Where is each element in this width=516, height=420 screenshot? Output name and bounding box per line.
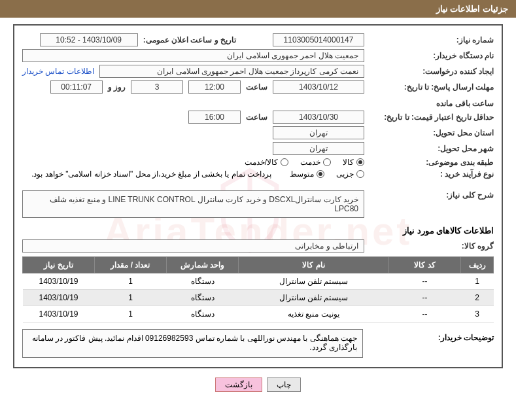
label-hour-1: ساعت: [246, 82, 267, 92]
cell-date: 1403/10/19: [23, 306, 95, 323]
purchase-note: پرداخت تمام یا بخشی از مبلغ خرید،از محل …: [31, 169, 271, 179]
table-row: 1--سیستم تلفن سانترالدستگاه11403/10/19: [23, 273, 494, 290]
main-frame: AriaTender.net شماره نیاز: 1103005014000…: [13, 24, 503, 368]
label-city: شهر محل تحویل:: [370, 144, 494, 153]
label-announce-datetime: تاریخ و ساعت اعلان عمومی:: [143, 35, 236, 44]
th-row: ردیف: [461, 257, 494, 273]
row-city: شهر محل تحویل: تهران: [22, 142, 494, 155]
field-buyer-notes: جهت هماهنگی با مهندس نوراللهی با شماره ت…: [22, 329, 363, 358]
radio-motavaset[interactable]: متوسط: [290, 169, 324, 179]
cell-code: --: [389, 306, 461, 323]
radio-icon: [317, 170, 324, 178]
row-buyer-org: نام دستگاه خریدار: جمعیت هلال احمر جمهور…: [22, 49, 494, 62]
radio-jozi[interactable]: جزیی: [336, 169, 364, 179]
label-category: طبقه بندی موضوعی:: [370, 158, 494, 167]
field-quote-time: 16:00: [188, 111, 241, 124]
cell-unit: دستگاه: [167, 273, 239, 290]
items-table: ردیف کد کالا نام کالا واحد شمارش تعداد /…: [22, 256, 494, 323]
cell-qty: 1: [95, 306, 167, 323]
label-quote-validity: حداقل تاریخ اعتبار قیمت: تا تاریخ:: [370, 113, 494, 122]
radio-icon: [281, 158, 288, 166]
cell-name: سیستم تلفن سانترال: [239, 290, 389, 306]
label-days-and: روز و: [108, 82, 126, 92]
radio-icon: [323, 158, 331, 166]
label-purchase-type: نوع فرآیند خرید :: [370, 169, 494, 179]
label-requester: ایجاد کننده درخواست:: [370, 67, 494, 76]
radio-kala[interactable]: کالا: [343, 158, 364, 167]
cell-row: 2: [461, 290, 494, 306]
radio-kala-khadamat[interactable]: کالا/خدمت: [245, 158, 288, 167]
cell-row: 1: [461, 273, 494, 290]
cell-date: 1403/10/19: [23, 290, 95, 306]
th-unit: واحد شمارش: [167, 257, 239, 273]
label-reply-deadline: مهلت ارسال پاسخ: تا تاریخ:: [370, 82, 494, 92]
label-hour-2: ساعت: [246, 113, 267, 122]
cell-unit: دستگاه: [167, 290, 239, 306]
row-category: طبقه بندی موضوعی: کالا خدمت کالا/خدمت: [22, 158, 494, 167]
radio-label-kala-khadamat: کالا/خدمت: [245, 158, 278, 167]
th-code: کد کالا: [389, 257, 461, 273]
print-button[interactable]: چاپ: [267, 377, 301, 392]
label-need-desc: شرح کلی نیاز:: [370, 190, 494, 200]
row-requester: ایجاد کننده درخواست: نعمت کرمی کارپرداز …: [22, 65, 494, 78]
row-quote-validity: حداقل تاریخ اعتبار قیمت: تا تاریخ: 1403/…: [22, 111, 494, 124]
button-row: چاپ بازگشت: [0, 377, 516, 392]
row-buyer-notes: توضیحات خریدار: جهت هماهنگی با مهندس نور…: [22, 329, 494, 358]
radio-icon: [356, 158, 364, 166]
field-buyer-org: جمعیت هلال احمر جمهوری اسلامی ایران: [22, 49, 364, 62]
th-name: نام کالا: [239, 257, 389, 273]
label-need-number: شماره نیاز:: [370, 35, 494, 44]
radio-label-khadamat: خدمت: [300, 158, 320, 167]
cell-date: 1403/10/19: [23, 273, 95, 290]
field-reply-date: 1403/10/12: [273, 80, 364, 94]
field-need-number: 1103005014000147: [273, 33, 364, 46]
field-city: تهران: [273, 142, 364, 155]
cell-row: 3: [461, 306, 494, 323]
section-items-info: اطلاعات کالاهای مورد نیاز: [22, 226, 494, 236]
cell-unit: دستگاه: [167, 306, 239, 323]
row-need-number: شماره نیاز: 1103005014000147 تاریخ و ساع…: [22, 33, 494, 46]
field-announce-datetime: 1403/10/09 - 10:52: [40, 33, 138, 46]
table-row: 2--سیستم تلفن سانترالدستگاه11403/10/19: [23, 290, 494, 306]
field-quote-date: 1403/10/30: [273, 111, 364, 124]
field-reply-time: 12:00: [188, 80, 241, 94]
field-need-desc: خرید کارت سانترالDSCXL و خرید کارت سانتر…: [22, 190, 364, 218]
cell-qty: 1: [95, 273, 167, 290]
radio-icon: [356, 170, 364, 178]
label-province: استان محل تحویل:: [370, 128, 494, 137]
label-buyer-notes: توضیحات خریدار:: [370, 329, 494, 342]
row-item-group: گروه کالا: ارتباطی و مخابراتی: [22, 239, 494, 253]
cell-code: --: [389, 290, 461, 306]
label-buyer-org: نام دستگاه خریدار:: [370, 51, 494, 60]
radio-label-jozi: جزیی: [336, 169, 354, 179]
row-province: استان محل تحویل: تهران: [22, 126, 494, 139]
back-button[interactable]: بازگشت: [215, 377, 262, 392]
field-days-remaining: 3: [131, 80, 183, 94]
cell-code: --: [389, 273, 461, 290]
table-row: 3--یونیت منبع تغذیهدستگاه11403/10/19: [23, 306, 494, 323]
field-province: تهران: [273, 126, 364, 139]
radio-label-kala: کالا: [343, 158, 354, 167]
field-requester: نعمت کرمی کارپرداز جمعیت هلال احمر جمهور…: [99, 65, 364, 78]
th-qty: تعداد / مقدار: [95, 257, 167, 273]
page-header: جزئیات اطلاعات نیاز: [0, 0, 516, 18]
field-time-remaining: 00:11:07: [50, 80, 103, 94]
field-item-group: ارتباطی و مخابراتی: [22, 239, 364, 253]
row-purchase-type: نوع فرآیند خرید : جزیی متوسط پرداخت تمام…: [22, 169, 494, 179]
cell-name: یونیت منبع تغذیه: [239, 306, 389, 323]
radio-label-motavaset: متوسط: [290, 169, 314, 179]
row-reply-deadline: مهلت ارسال پاسخ: تا تاریخ: 1403/10/12 سا…: [22, 80, 494, 108]
label-item-group: گروه کالا:: [370, 241, 494, 251]
radio-khadamat[interactable]: خدمت: [300, 158, 331, 167]
row-need-desc: شرح کلی نیاز: خرید کارت سانترالDSCXL و خ…: [22, 190, 494, 218]
link-buyer-contact[interactable]: اطلاعات تماس خریدار: [22, 67, 94, 76]
cell-qty: 1: [95, 290, 167, 306]
cell-name: سیستم تلفن سانترال: [239, 273, 389, 290]
label-remaining: ساعت باقی مانده: [436, 99, 494, 108]
th-date: تاریخ نیاز: [23, 257, 95, 273]
